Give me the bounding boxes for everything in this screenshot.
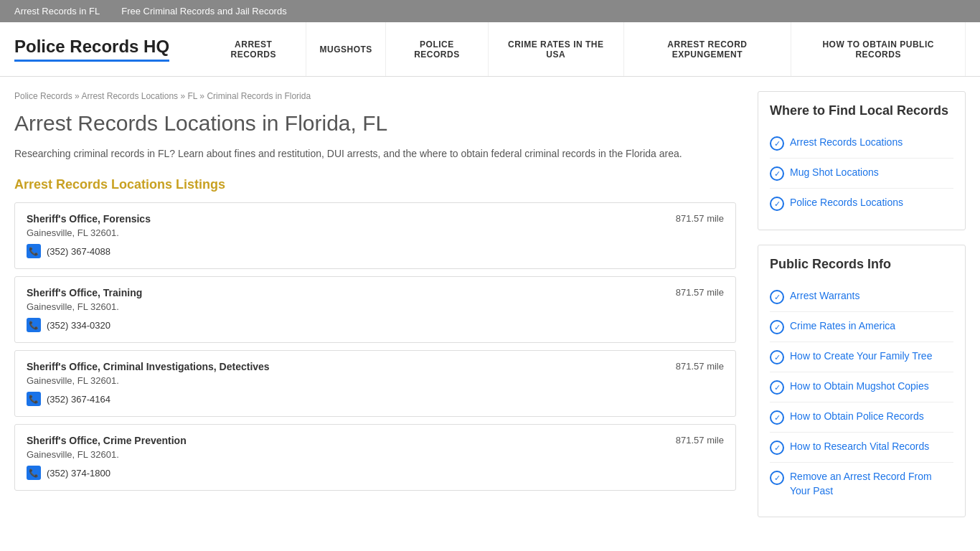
check-icon-1: ✓	[770, 166, 784, 181]
location-name-1: Sheriff's Office, Training	[27, 287, 142, 298]
location-card-3: Sheriff's Office, Crime Prevention871.57…	[14, 424, 736, 491]
check-icon-b-1: ✓	[770, 320, 784, 334]
sidebar-2-link-text-1: Crime Rates in America	[790, 319, 895, 334]
card-top-row: Sheriff's Office, Crime Prevention871.57…	[27, 435, 724, 446]
phone-icon-3: 📞	[27, 466, 41, 480]
sidebar: Where to Find Local Records ✓Arrest Reco…	[758, 91, 966, 532]
sidebar-1-link-2[interactable]: ✓Police Records Locations	[770, 189, 953, 218]
location-phone-0: (352) 367-4088	[47, 246, 110, 257]
sidebar-2-link-3[interactable]: ✓How to Obtain Mugshot Copies	[770, 372, 953, 402]
location-phone-2: (352) 367-4164	[47, 394, 110, 405]
check-icon-b-4: ✓	[770, 410, 784, 425]
location-phone-row-1[interactable]: 📞(352) 334-0320	[27, 318, 724, 332]
location-card-0: Sheriff's Office, Forensics871.57 mileGa…	[14, 202, 736, 269]
logo[interactable]: Police Records HQ	[14, 37, 169, 62]
check-icon-b-6: ✓	[770, 471, 784, 485]
sidebar-2-link-6[interactable]: ✓Remove an Arrest Record From Your Past	[770, 463, 953, 505]
sidebar-2-link-text-3: How to Obtain Mugshot Copies	[790, 380, 929, 394]
check-icon-b-5: ✓	[770, 441, 784, 455]
breadcrumb-item-2[interactable]: FL	[187, 91, 197, 101]
location-card-1: Sheriff's Office, Training871.57 mileGai…	[14, 276, 736, 343]
nav-item-arrest-records[interactable]: ARREST RECORDS	[201, 22, 306, 76]
location-distance-0: 871.57 mile	[676, 213, 724, 224]
sidebar-1-link-text-0: Arrest Records Locations	[790, 136, 903, 150]
breadcrumb-separator: »	[72, 91, 82, 101]
location-address-1: Gainesville, FL 32601.	[27, 301, 724, 312]
location-phone-row-2[interactable]: 📞(352) 367-4164	[27, 392, 724, 406]
card-top-row: Sheriff's Office, Criminal Investigation…	[27, 361, 724, 372]
sidebar-2-link-text-2: How to Create Your Family Tree	[790, 349, 932, 364]
location-phone-row-0[interactable]: 📞(352) 367-4088	[27, 244, 724, 258]
logo-area: Police Records HQ	[14, 22, 201, 76]
page-description: Researching criminal records in FL? Lear…	[14, 146, 736, 161]
location-card-2: Sheriff's Office, Criminal Investigation…	[14, 350, 736, 417]
location-phone-row-3[interactable]: 📞(352) 374-1800	[27, 466, 724, 480]
breadcrumb-item-3[interactable]: Criminal Records in Florida	[207, 91, 311, 101]
sidebar-1-link-text-2: Police Records Locations	[790, 196, 903, 210]
location-name-3: Sheriff's Office, Crime Prevention	[27, 435, 187, 446]
sidebar-box1-links: ✓Arrest Records Locations✓Mug Shot Locat…	[770, 128, 953, 218]
sidebar-2-link-1[interactable]: ✓Crime Rates in America	[770, 312, 953, 342]
location-address-2: Gainesville, FL 32601.	[27, 375, 724, 386]
location-distance-1: 871.57 mile	[676, 287, 724, 298]
top-bar: Arrest Records in FL Free Criminal Recor…	[0, 0, 980, 22]
breadcrumb-item-0[interactable]: Police Records	[14, 91, 72, 101]
sidebar-2-link-5[interactable]: ✓How to Research Vital Records	[770, 433, 953, 463]
listings-container: Sheriff's Office, Forensics871.57 mileGa…	[14, 202, 736, 491]
main-nav: ARREST RECORDSMUGSHOTSPOLICE RECORDSCRIM…	[201, 22, 966, 76]
location-distance-3: 871.57 mile	[676, 435, 724, 446]
topbar-link-2[interactable]: Free Criminal Records and Jail Records	[121, 6, 286, 17]
phone-icon-1: 📞	[27, 318, 41, 332]
check-icon-2: ✓	[770, 197, 784, 211]
check-icon-0: ✓	[770, 136, 784, 151]
breadcrumb-item-1[interactable]: Arrest Records Locations	[81, 91, 178, 101]
phone-icon-0: 📞	[27, 244, 41, 258]
sidebar-2-link-4[interactable]: ✓How to Obtain Police Records	[770, 402, 953, 433]
sidebar-box-2: Public Records Info ✓Arrest Warrants✓Cri…	[758, 245, 966, 517]
header: Police Records HQ ARREST RECORDSMUGSHOTS…	[0, 22, 980, 77]
location-phone-1: (352) 334-0320	[47, 320, 110, 331]
check-icon-b-0: ✓	[770, 290, 784, 304]
page-title: Arrest Records Locations in Florida, FL	[14, 111, 736, 136]
location-distance-2: 871.57 mile	[676, 361, 724, 372]
location-address-0: Gainesville, FL 32601.	[27, 227, 724, 238]
card-top-row: Sheriff's Office, Forensics871.57 mile	[27, 213, 724, 225]
nav-item-arrest-record-expungement[interactable]: ARREST RECORD EXPUNGEMENT	[624, 22, 792, 76]
check-icon-b-2: ✓	[770, 350, 784, 364]
check-icon-b-3: ✓	[770, 380, 784, 395]
sidebar-box2-links: ✓Arrest Warrants✓Crime Rates in America✓…	[770, 282, 953, 505]
breadcrumb-separator: »	[178, 91, 187, 101]
phone-icon-2: 📞	[27, 392, 41, 406]
sidebar-2-link-2[interactable]: ✓How to Create Your Family Tree	[770, 342, 953, 372]
main-content: Police Records » Arrest Records Location…	[14, 91, 736, 532]
nav-item-police-records[interactable]: POLICE RECORDS	[386, 22, 489, 76]
page-container: Police Records » Arrest Records Location…	[0, 77, 980, 546]
sidebar-1-link-0[interactable]: ✓Arrest Records Locations	[770, 128, 953, 159]
sidebar-1-link-text-1: Mug Shot Locations	[790, 166, 879, 180]
sidebar-2-link-text-0: Arrest Warrants	[790, 289, 860, 303]
location-phone-3: (352) 374-1800	[47, 468, 110, 479]
sidebar-2-link-text-4: How to Obtain Police Records	[790, 410, 924, 424]
nav-item-how-to-obtain-public-records[interactable]: HOW TO OBTAIN PUBLIC RECORDS	[791, 22, 966, 76]
breadcrumb-separator: »	[197, 91, 207, 101]
nav-item-mugshots[interactable]: MUGSHOTS	[306, 22, 385, 76]
sidebar-2-link-text-6: Remove an Arrest Record From Your Past	[790, 470, 953, 498]
sidebar-box-1: Where to Find Local Records ✓Arrest Reco…	[758, 91, 966, 230]
location-name-0: Sheriff's Office, Forensics	[27, 213, 151, 225]
card-top-row: Sheriff's Office, Training871.57 mile	[27, 287, 724, 298]
nav-item-crime-rates-in-the-usa[interactable]: CRIME RATES IN THE USA	[489, 22, 624, 76]
location-name-2: Sheriff's Office, Criminal Investigation…	[27, 361, 270, 372]
sidebar-1-link-1[interactable]: ✓Mug Shot Locations	[770, 159, 953, 189]
sidebar-box-2-title: Public Records Info	[770, 257, 953, 272]
section-title: Arrest Records Locations Listings	[14, 177, 736, 192]
sidebar-2-link-text-5: How to Research Vital Records	[790, 440, 929, 454]
topbar-link-1[interactable]: Arrest Records in FL	[14, 6, 100, 17]
sidebar-2-link-0[interactable]: ✓Arrest Warrants	[770, 282, 953, 312]
location-address-3: Gainesville, FL 32601.	[27, 449, 724, 460]
breadcrumb: Police Records » Arrest Records Location…	[14, 91, 736, 101]
sidebar-box-1-title: Where to Find Local Records	[770, 103, 953, 118]
